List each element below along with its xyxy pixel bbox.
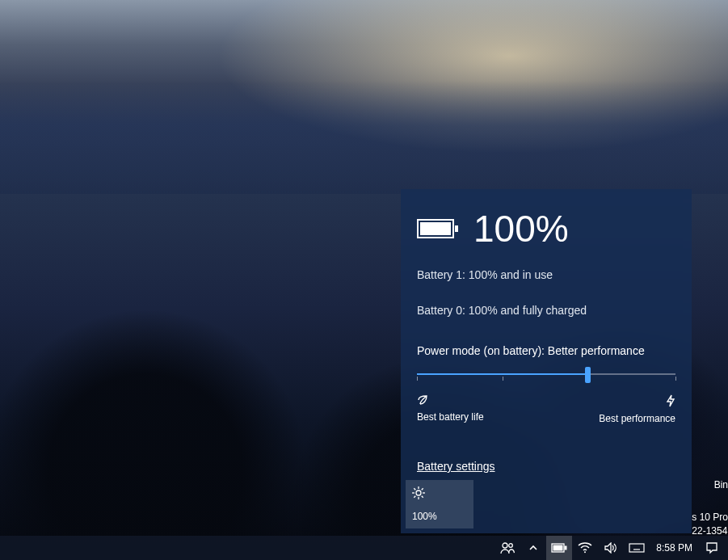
svg-rect-15 (553, 545, 562, 550)
slider-end-labels: Best battery life Best performance (417, 394, 675, 424)
svg-point-13 (509, 544, 513, 548)
svg-line-11 (414, 496, 415, 498)
svg-point-17 (584, 551, 586, 553)
svg-line-8 (414, 488, 415, 490)
battery-summary-row: 100% (417, 207, 675, 251)
bolt-icon (666, 394, 675, 410)
battery0-status: Battery 0: 100% and fully charged (417, 304, 675, 317)
watermark-line2: 22-1354 (692, 525, 727, 537)
svg-rect-16 (565, 546, 566, 549)
battery-percent-large: 100% (473, 207, 569, 251)
best-performance-label: Best performance (599, 413, 675, 424)
slider-tick (503, 377, 503, 381)
tray-battery-icon[interactable] (546, 536, 572, 560)
battery1-status: Battery 1: 100% and in use (417, 268, 675, 281)
brightness-tile[interactable]: 100% (406, 480, 473, 528)
recycle-bin-label[interactable]: Bin (714, 478, 728, 492)
slider-thumb[interactable] (585, 367, 591, 383)
tray-volume-icon[interactable] (598, 536, 624, 560)
tray-wifi-icon[interactable] (572, 536, 598, 560)
svg-rect-1 (420, 222, 451, 235)
slider-tick (417, 377, 418, 381)
svg-point-12 (503, 543, 507, 548)
slider-end-left: Best battery life (417, 394, 484, 424)
svg-rect-18 (629, 544, 644, 552)
best-battery-life-label: Best battery life (417, 411, 484, 423)
slider-tick (675, 377, 676, 381)
taskbar: 8:58 PM (0, 536, 728, 560)
brightness-icon (412, 486, 467, 502)
svg-rect-2 (455, 225, 458, 232)
svg-line-9 (422, 496, 423, 498)
watermark-line1: s 10 Pro (692, 512, 728, 523)
leaf-icon (417, 394, 484, 408)
slider-fill (417, 373, 587, 375)
windows-watermark: s 10 Pro 22-1354 (692, 511, 728, 538)
battery-icon (417, 217, 459, 240)
tray-action-center-icon[interactable] (699, 536, 725, 560)
svg-point-3 (416, 491, 421, 495)
slider-end-right: Best performance (599, 394, 675, 424)
battery-flyout: 100% Battery 1: 100% and in use Battery … (401, 189, 692, 533)
power-mode-label: Power mode (on battery): Better performa… (417, 344, 675, 357)
brightness-value: 100% (412, 511, 467, 522)
taskbar-clock[interactable]: 8:58 PM (650, 542, 699, 554)
tray-people-icon[interactable] (494, 536, 520, 560)
svg-line-10 (422, 488, 423, 490)
system-tray: 8:58 PM (494, 536, 725, 560)
tray-overflow-chevron[interactable] (520, 536, 546, 560)
power-mode-slider[interactable] (417, 367, 675, 383)
battery-settings-link[interactable]: Battery settings (417, 460, 495, 473)
tray-input-icon[interactable] (624, 536, 650, 560)
